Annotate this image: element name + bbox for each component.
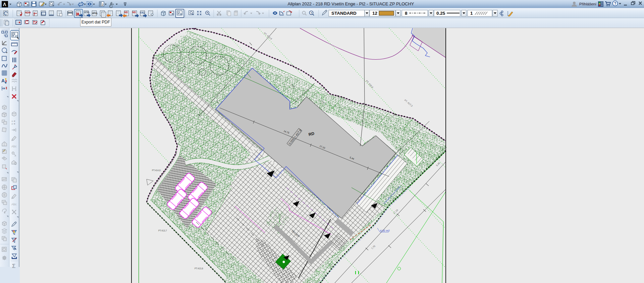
svg-text:HPGL: HPGL <box>92 12 98 14</box>
svg-text:?: ? <box>311 11 313 15</box>
svg-text:?: ? <box>614 1 616 6</box>
svg-text:Σ: Σ <box>12 263 15 269</box>
svg-text:Přihlášení: Přihlášení <box>579 2 597 6</box>
svg-text:NID: NID <box>132 11 136 13</box>
svg-text:PT:413,6: PT:413,6 <box>195 267 203 270</box>
svg-text:PT:414,6: PT:414,6 <box>152 169 161 171</box>
svg-text:4,02 m2: 4,02 m2 <box>380 229 390 232</box>
svg-text:Abc: Abc <box>11 203 17 206</box>
svg-text:PT:413,7: PT:413,7 <box>158 229 167 232</box>
svg-text:HPBL: HPBL <box>84 11 90 13</box>
svg-text:2: 2 <box>102 3 104 6</box>
svg-text:Λ: Λ <box>3 2 6 7</box>
svg-text:0.25: 0.25 <box>436 11 445 16</box>
svg-text:STANDARD: STANDARD <box>331 11 357 16</box>
svg-text:NID: NID <box>124 11 128 13</box>
svg-text:a◄: a◄ <box>11 122 15 125</box>
svg-text:Abc: Abc <box>11 145 17 148</box>
svg-text:A: A <box>1 78 5 83</box>
svg-text:8: 8 <box>405 11 408 16</box>
svg-text:EXQ: EXQ <box>140 11 145 14</box>
svg-text:12: 12 <box>372 11 377 16</box>
svg-text:NDW: NDW <box>25 11 31 14</box>
svg-text:1: 1 <box>470 11 473 16</box>
